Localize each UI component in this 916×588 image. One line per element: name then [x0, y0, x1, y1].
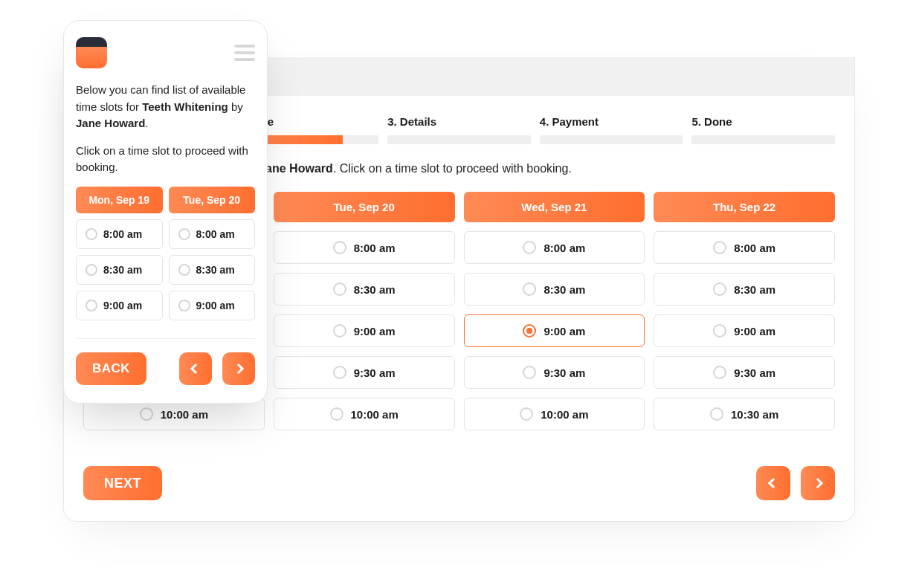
step-label: 3. Details	[387, 115, 531, 135]
time-slot-label: 10:00 am	[161, 408, 208, 421]
provider-name: Jane Howard	[259, 162, 333, 175]
time-slot-label: 8:30 am	[544, 283, 585, 296]
time-slot-label: 8:30 am	[734, 283, 775, 296]
time-slot[interactable]: 10:00 am	[464, 398, 645, 430]
day-header: Wed, Sep 21	[464, 192, 645, 222]
click-hint: Click on a time slot to proceed with boo…	[340, 162, 572, 175]
time-slot[interactable]: 8:00 am	[274, 231, 455, 264]
step-progress-bar	[540, 135, 683, 144]
chevron-left-icon	[768, 478, 778, 488]
app-logo-icon	[76, 37, 107, 68]
chevron-right-icon	[233, 363, 244, 373]
time-slot[interactable]: 9:30 am	[464, 356, 645, 389]
provider-name: Jane Howard	[76, 117, 145, 129]
time-slot[interactable]: 8:30 am	[76, 255, 163, 285]
time-slot[interactable]: 10:00 am	[274, 398, 455, 430]
radio-icon	[178, 228, 190, 240]
time-slot-label: 9:30 am	[544, 366, 585, 379]
radio-icon	[86, 300, 97, 311]
day-header: Tue, Sep 20	[274, 192, 455, 222]
next-week-button[interactable]	[222, 352, 255, 385]
hamburger-icon	[234, 45, 255, 48]
time-slot[interactable]: 10:30 am	[654, 398, 835, 430]
time-slot-label: 8:30 am	[196, 264, 235, 276]
time-slot[interactable]: 8:00 am	[464, 231, 645, 264]
next-button[interactable]: NEXT	[83, 466, 162, 500]
day-header: Mon, Sep 19	[76, 187, 163, 213]
time-slot-label: 9:00 am	[544, 325, 585, 337]
radio-icon	[178, 300, 190, 311]
radio-icon	[710, 407, 723, 421]
week-nav	[179, 352, 255, 385]
radio-icon	[713, 324, 726, 337]
time-slot-label: 10:30 am	[731, 408, 778, 421]
day-header: Thu, Sep 22	[654, 192, 835, 222]
chevron-right-icon	[813, 478, 823, 488]
time-slot-label: 9:00 am	[196, 300, 235, 311]
instruction-text: Below you can find list of available tim…	[76, 82, 255, 132]
radio-icon	[333, 241, 346, 254]
click-hint: Click on a time slot to proceed with boo…	[76, 143, 255, 176]
step-label: 4. Payment	[540, 115, 683, 135]
radio-icon	[713, 366, 726, 379]
radio-icon	[523, 282, 536, 296]
radio-icon	[178, 264, 190, 276]
time-slot[interactable]: 8:00 am	[76, 219, 163, 249]
time-slot-label: 9:00 am	[354, 325, 396, 337]
schedule-grid: Mon, Sep 19Tue, Sep 208:00 am8:00 am8:30…	[76, 187, 255, 320]
next-week-button[interactable]	[801, 466, 835, 500]
time-slot-label: 9:00 am	[103, 300, 142, 311]
time-slot[interactable]: 9:30 am	[274, 356, 455, 389]
mobile-booking-panel: Below you can find list of available tim…	[63, 20, 268, 404]
time-slot-label: 9:00 am	[734, 325, 775, 337]
time-slot[interactable]: 9:00 am	[274, 314, 455, 347]
text-fragment: by	[228, 100, 243, 113]
time-slot[interactable]: 8:30 am	[654, 273, 835, 306]
time-slot[interactable]: 9:00 am	[464, 314, 645, 347]
divider	[76, 338, 255, 339]
radio-icon	[140, 407, 153, 421]
service-name: Teeth Whitening	[142, 100, 228, 113]
time-slot-label: 8:30 am	[103, 264, 142, 276]
time-slot[interactable]: 8:00 am	[169, 219, 256, 249]
radio-icon	[330, 407, 344, 421]
week-nav	[756, 466, 835, 500]
radio-icon	[523, 241, 536, 254]
text-fragment: .	[333, 162, 340, 175]
prev-week-button[interactable]	[179, 352, 212, 385]
prev-week-button[interactable]	[756, 466, 790, 500]
menu-button[interactable]	[234, 45, 255, 61]
radio-icon	[86, 228, 97, 240]
chevron-left-icon	[190, 363, 201, 373]
time-slot-label: 10:00 am	[541, 408, 588, 421]
mobile-footer: BACK	[76, 352, 255, 385]
time-slot[interactable]: 8:30 am	[274, 273, 455, 306]
time-slot[interactable]: 8:30 am	[169, 255, 256, 285]
day-header: Tue, Sep 20	[169, 187, 256, 213]
radio-icon	[86, 264, 97, 276]
time-slot[interactable]: 9:00 am	[654, 314, 835, 347]
desktop-footer: NEXT	[83, 466, 835, 500]
step-progress-bar	[387, 135, 531, 144]
radio-icon	[333, 324, 346, 337]
time-slot-label: 10:00 am	[351, 408, 399, 421]
time-slot-label: 9:30 am	[734, 366, 775, 379]
time-slot-label: 8:00 am	[354, 242, 396, 254]
radio-icon	[523, 366, 536, 379]
time-slot[interactable]: 9:00 am	[169, 291, 256, 320]
radio-icon	[713, 241, 726, 254]
radio-icon	[333, 282, 346, 296]
time-slot[interactable]: 9:30 am	[654, 356, 835, 389]
time-slot-label: 9:30 am	[354, 366, 396, 379]
time-slot[interactable]: 9:00 am	[76, 291, 163, 320]
time-slot-label: 8:00 am	[196, 228, 235, 240]
step-label: 5. Done	[691, 115, 835, 135]
time-slot[interactable]: 8:30 am	[464, 273, 645, 306]
radio-icon	[333, 366, 346, 379]
back-button[interactable]: BACK	[76, 352, 146, 385]
text-fragment: .	[145, 117, 148, 129]
radio-icon	[523, 324, 536, 337]
time-slot-label: 8:00 am	[544, 242, 585, 254]
time-slot[interactable]: 8:00 am	[654, 231, 835, 264]
time-slot-label: 8:00 am	[734, 242, 775, 254]
